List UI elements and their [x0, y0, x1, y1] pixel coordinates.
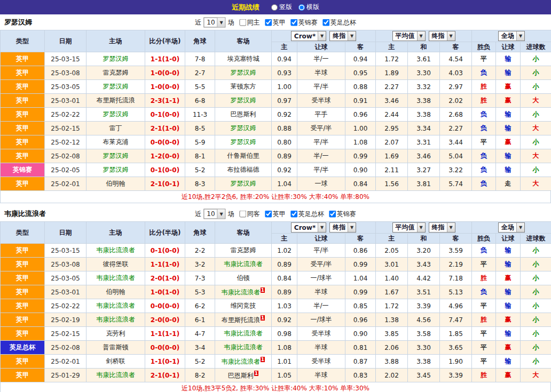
filter-same-away[interactable]: 同客 — [240, 209, 260, 218]
filter-league-one-checkbox[interactable] — [265, 210, 272, 217]
filter-fa-cup-checkbox[interactable] — [291, 210, 298, 217]
filter-efl-trophy[interactable]: 英锦赛 — [291, 18, 318, 27]
match-date: 25-02-08 — [45, 149, 86, 163]
away-team: 罗瑟汉姆 — [215, 122, 272, 135]
ah-line: 受半球 — [297, 327, 345, 341]
team-name: 伯顿 — [237, 274, 250, 282]
team-name: 布拉德福德 — [227, 166, 259, 173]
col-header-corners: 角球 — [185, 222, 215, 244]
league-badge: 英甲 — [1, 135, 45, 149]
filter-efl-trophy[interactable]: 英锦赛 — [329, 209, 356, 218]
average-select[interactable]: 平均值▼ — [392, 222, 426, 233]
ah-home-odds: 0.94 — [272, 52, 297, 66]
match-result: 负 — [472, 66, 496, 80]
euro-away-odds: 2.19 — [440, 258, 472, 271]
corners: 5-9 — [185, 135, 215, 149]
filter-league-one[interactable]: 英甲 — [265, 18, 286, 27]
filter-label: 同主 — [247, 18, 260, 27]
layout-horizontal-radio[interactable] — [298, 4, 305, 11]
recent-count-value: 10 — [207, 210, 215, 218]
euro-draw-odds: 3.38 — [408, 355, 440, 369]
euro-draw-odds: 3.38 — [408, 94, 440, 108]
goals-result: 小 — [521, 66, 551, 80]
filter-same-away-checkbox[interactable] — [240, 210, 247, 217]
recent-prefix-label: 近 — [195, 18, 201, 27]
recent-count-select[interactable]: 10▼ — [203, 17, 225, 27]
euro-away-odds: 7.47 — [440, 313, 472, 327]
col-header-type: 类型 — [1, 222, 45, 244]
euro-home-odds: 1.69 — [376, 149, 408, 163]
layout-option-vertical[interactable]: 竖版 — [271, 3, 292, 12]
layout-vertical-radio[interactable] — [271, 4, 278, 11]
section-header: 韦康比流浪者 近 10▼ 场 同客 英甲 英足总杯 英锦赛 — [0, 206, 551, 221]
filter-fa-cup-checkbox[interactable] — [323, 19, 330, 26]
euro-draw-odds: 3.20 — [408, 244, 440, 258]
col-header-ah-line: 让球 — [297, 42, 345, 52]
dropdown-arrow-icon: ▼ — [318, 223, 326, 232]
col-header-ah-result: 让球 — [496, 234, 521, 244]
corners: 6-2 — [185, 299, 215, 313]
dropdown-arrow-icon: ▼ — [318, 31, 326, 41]
average-stage-select[interactable]: 终指▼ — [429, 222, 455, 233]
dropdown-arrow-icon: ▼ — [447, 223, 455, 232]
match-row: 英甲25-03-08雷克瑟姆1-0(0-0)2-7罗瑟汉姆0.93半球0.951… — [1, 66, 551, 80]
filter-fa-cup[interactable]: 英足总杯 — [291, 209, 324, 218]
match-result: 负 — [472, 108, 496, 122]
stage-value: 终指 — [333, 223, 345, 232]
filter-same-home-checkbox[interactable] — [240, 19, 247, 26]
bookmaker-value: Crow* — [294, 224, 316, 231]
ah-home-odds: 0.89 — [272, 149, 297, 163]
scope-select[interactable]: 全场▼ — [498, 31, 525, 41]
ah-away-odds: 0.95 — [345, 66, 376, 80]
average-select[interactable]: 平均值▼ — [392, 31, 426, 41]
bookmaker-select[interactable]: Crow*▼ — [291, 222, 326, 233]
corners: 2-2 — [185, 244, 215, 258]
average-stage-select[interactable]: 终指▼ — [429, 31, 455, 41]
red-card-badge: 1 — [261, 315, 265, 321]
match-row: 英甲25-03-01伯明翰1-0(1-0)5-3韦康比流浪者10.89半球0.9… — [1, 285, 551, 299]
ah-line: 受半球 — [297, 355, 345, 369]
euro-home-odds: 3.46 — [376, 94, 408, 108]
filter-league-one[interactable]: 英甲 — [265, 209, 286, 218]
filter-same-home[interactable]: 同主 — [240, 18, 260, 27]
filter-fa-cup[interactable]: 英足总杯 — [323, 18, 356, 27]
col-header-home: 主场 — [86, 222, 145, 244]
handicap-result: 输 — [496, 355, 521, 369]
team-name: 罗瑟汉姆 — [231, 124, 256, 132]
league-badge: 英甲 — [1, 122, 45, 135]
bookmaker-value: Crow* — [294, 33, 316, 40]
match-row: 英甲25-02-12布莱克浦0-0(0-0)5-9罗瑟汉姆0.80平/半1.08… — [1, 135, 551, 149]
recent-count-select[interactable]: 10▼ — [203, 209, 225, 219]
bookmaker-stage-select[interactable]: 终指▼ — [329, 222, 356, 233]
score: 2-1(0-1) — [145, 369, 185, 382]
euro-home-odds: 3.85 — [376, 327, 408, 341]
match-result: 平 — [472, 327, 496, 341]
filter-league-one-checkbox[interactable] — [265, 19, 272, 26]
ah-line: 受平/半 — [297, 122, 345, 135]
col-header-corners: 角球 — [185, 30, 215, 52]
filter-efl-trophy-checkbox[interactable] — [291, 19, 298, 26]
col-header-result: 胜负 — [472, 234, 496, 244]
ah-away-odds: 0.84 — [345, 177, 376, 191]
filter-efl-trophy-checkbox[interactable] — [329, 210, 336, 217]
match-result: 负 — [472, 149, 496, 163]
euro-draw-odds: 3.31 — [408, 135, 440, 149]
layout-option-horizontal[interactable]: 横版 — [298, 3, 319, 12]
ah-away-odds: 0.90 — [345, 327, 376, 341]
home-team: 普雷斯顿 — [86, 341, 145, 355]
dropdown-arrow-icon: ▼ — [217, 18, 225, 27]
bookmaker-stage-select[interactable]: 终指▼ — [329, 31, 356, 41]
bookmaker-select[interactable]: Crow*▼ — [291, 31, 326, 41]
ah-line: 半球 — [297, 66, 345, 80]
match-row: 英甲25-03-05罗瑟汉姆1-0(0-0)5-5莱顿东方1.00平/半0.88… — [1, 80, 551, 94]
team-name: 韦康比流浪者 — [97, 274, 135, 282]
match-row: 英甲25-02-15雷丁2-1(1-0)8-5罗瑟汉姆0.88受平/半1.002… — [1, 122, 551, 135]
score: 0-0(0-0) — [145, 135, 185, 149]
match-result: 平 — [472, 341, 496, 355]
scope-select[interactable]: 全场▼ — [498, 222, 525, 233]
matches-table: 类型 日期 主场 比分(半场) 角球 客场 Crow*▼ 终指▼ 平均值 — [0, 30, 551, 191]
league-badge: 英甲 — [1, 80, 45, 94]
ah-home-odds: 0.88 — [272, 122, 297, 135]
score: 2-0(1-0) — [145, 271, 185, 285]
corners: 8-2 — [185, 369, 215, 382]
